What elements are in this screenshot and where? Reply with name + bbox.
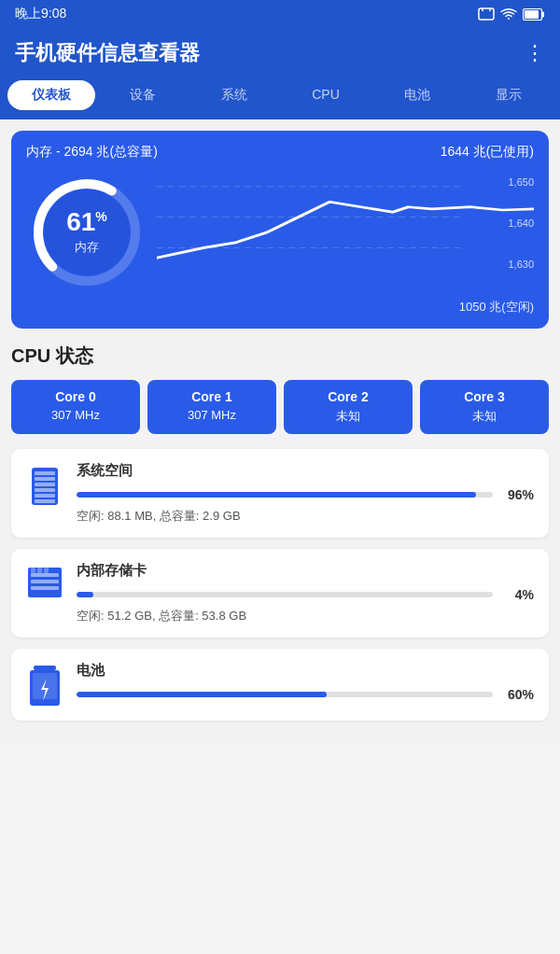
core-0-freq: 307 MHz [15,408,136,422]
internal-storage-card: 内部存储卡 4% 空闲: 51.2 GB, 总容量: 53.8 GB [11,549,549,638]
status-icons [478,7,545,21]
system-storage-detail: 空闲: 88.1 MB, 总容量: 2.9 GB [77,508,534,525]
core-3-name: Core 3 [424,389,545,404]
tab-display[interactable]: 显示 [465,80,553,110]
system-progress-row: 96% [77,487,534,502]
internal-storage-title: 内部存储卡 [77,562,534,580]
core-2-name: Core 2 [287,389,409,404]
status-bar: 晚上9:08 [0,0,560,28]
system-storage-info: 系统空间 96% 空闲: 88.1 MB, 总容量: 2.9 GB [77,462,534,525]
app-title: 手机硬件信息查看器 [15,39,200,67]
memory-card: 内存 - 2694 兆(总容量) 1644 兆(已使用) 61% [11,131,549,329]
svg-rect-20 [31,573,59,577]
svg-rect-14 [35,477,55,481]
battery-progress-bg [77,692,493,697]
internal-storage-detail: 空闲: 51.2 GB, 总容量: 53.8 GB [77,608,534,624]
svg-rect-26 [34,666,56,670]
system-storage-icon [26,466,63,507]
battery-info: 电池 60% [77,662,534,708]
svg-rect-13 [35,471,55,475]
memory-header: 内存 - 2694 兆(总容量) 1644 兆(已使用) [26,144,534,161]
gauge-label: 内存 [66,239,107,256]
time-display: 晚上9:08 [15,6,66,22]
memory-used-label: 1644 兆(已使用) [441,144,534,161]
y-label-bot: 1,630 [508,259,534,270]
system-progress-bg [77,492,493,498]
chart-y-labels: 1,650 1,640 1,630 [508,176,534,270]
system-progress-fill [77,492,476,498]
wifi-icon [500,7,517,21]
memory-chart: 1,650 1,640 1,630 [157,176,534,288]
core-0-name: Core 0 [15,389,136,404]
svg-rect-15 [35,483,55,486]
gauge-text: 61% 内存 [66,209,107,256]
svg-rect-21 [31,580,59,583]
svg-rect-23 [31,568,35,573]
svg-rect-25 [44,568,49,573]
core-3-freq: 未知 [424,408,545,425]
more-menu-button[interactable]: ⋮ [525,41,545,65]
y-label-mid: 1,640 [508,217,534,229]
memory-gauge: 61% 内存 [26,172,147,293]
system-progress-pct: 96% [500,487,534,502]
tab-battery[interactable]: 电池 [373,80,461,110]
memory-total-label: 内存 - 2694 兆(总容量) [26,144,158,161]
battery-progress-pct: 60% [500,687,534,702]
svg-rect-17 [35,494,55,498]
internal-progress-row: 4% [77,587,534,602]
core-2-freq: 未知 [287,408,409,425]
core-3-card: Core 3 未知 [420,380,549,434]
battery-title: 电池 [77,662,534,680]
gauge-percent-symbol: % [95,209,106,224]
system-storage-title: 系统空间 [77,462,534,480]
system-storage-card: 系统空间 96% 空闲: 88.1 MB, 总容量: 2.9 GB [11,449,549,538]
svg-rect-4 [542,11,545,17]
memory-footer: 1050 兆(空闲) [26,299,534,316]
screenshot-icon [478,7,495,21]
svg-rect-0 [479,8,494,20]
main-content: 内存 - 2694 兆(总容量) 1644 兆(已使用) 61% [0,119,560,743]
tab-device[interactable]: 设备 [99,80,187,110]
tab-system[interactable]: 系统 [190,80,278,110]
svg-rect-18 [35,499,55,503]
memory-body: 61% 内存 1,650 1,640 [26,172,534,293]
cpu-section-title: CPU 状态 [11,344,549,369]
battery-icon [26,666,63,707]
core-2-card: Core 2 未知 [284,380,413,434]
internal-storage-icon [26,566,63,599]
svg-rect-16 [35,488,55,492]
tab-cpu[interactable]: CPU [282,80,370,110]
battery-status-icon [523,8,545,21]
core-1-freq: 307 MHz [151,408,273,422]
gauge-percent-value: 61 [66,207,95,236]
svg-rect-22 [31,586,59,590]
core-1-name: Core 1 [151,389,273,404]
svg-rect-5 [525,10,539,19]
internal-storage-info: 内部存储卡 4% 空闲: 51.2 GB, 总容量: 53.8 GB [77,562,534,624]
core-0-card: Core 0 307 MHz [11,380,140,434]
y-label-top: 1,650 [508,176,534,188]
core-1-card: Core 1 307 MHz [147,380,276,434]
internal-progress-bg [77,592,493,597]
svg-rect-24 [37,568,42,573]
tab-dashboard[interactable]: 仪表板 [7,80,95,110]
battery-progress-row: 60% [77,687,534,702]
battery-progress-fill [77,692,327,697]
battery-card: 电池 60% [11,649,549,721]
top-bar: 手机硬件信息查看器 ⋮ [0,28,560,80]
internal-progress-fill [77,592,93,597]
nav-tabs: 仪表板 设备 系统 CPU 电池 显示 [0,80,560,119]
cpu-cores: Core 0 307 MHz Core 1 307 MHz Core 2 未知 … [11,380,549,434]
internal-progress-pct: 4% [500,587,534,602]
